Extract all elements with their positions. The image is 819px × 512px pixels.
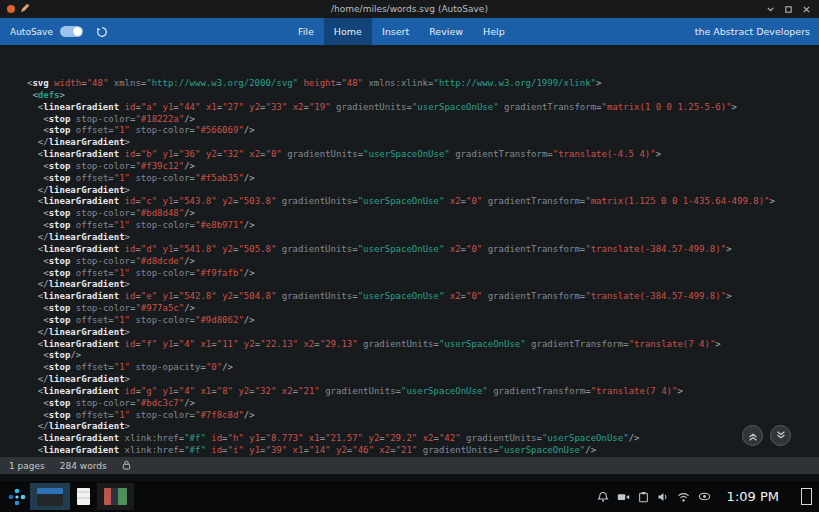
clipboard-icon[interactable] [638,491,649,503]
code-line: <linearGradient id="f" y1="4" x1="11" y2… [27,339,819,351]
code-line: <stop/> [27,350,819,362]
code-line: </linearGradient> [27,232,819,244]
screen: /home/miles/words.svg (AutoSave) AutoSav… [0,0,819,512]
tab-insert[interactable]: Insert [372,18,419,45]
scroll-to-bottom-button[interactable] [770,425,791,446]
code-line: <stop stop-color="#bd8d48"/> [27,208,819,220]
tab-file[interactable]: File [288,18,324,45]
code-line: <stop stop-color="#18222a"/> [27,114,819,126]
code-line: <stop stop-color="#d8dcde"/> [27,256,819,268]
word-count: 284 words [60,461,107,471]
ribbon: AutoSave File Home Insert Review Help th… [0,18,819,45]
volume-icon[interactable] [657,491,669,503]
screen-recorder-icon[interactable] [617,491,630,503]
modified-pencil-icon [20,3,30,15]
code-line: <linearGradient xlink:href="#f" id="i" y… [27,445,819,457]
code-line: <linearGradient id="b" y1="36" y2="32" x… [27,149,819,161]
code-line: <svg width="48" xmlns="http://www.w3.org… [27,78,819,90]
code-line: <stop offset="1" stop-color="#566069"/> [27,125,819,137]
code-line: <linearGradient xlink:href="#f" id="h" y… [27,433,819,445]
show-desktop-button[interactable] [801,488,812,505]
code-line: <linearGradient id="c" y1="543.8" y2="50… [27,196,819,208]
sync-icon[interactable] [96,26,108,38]
network-wifi-icon[interactable] [677,491,690,503]
window-thumbnail [37,488,63,506]
tab-home[interactable]: Home [324,18,372,45]
page-count: 1 pages [9,461,45,471]
notifications-icon[interactable] [597,491,609,503]
ribbon-tabs: File Home Insert Review Help [108,18,695,45]
code-line: <stop offset="1" stop-color="#f5ab35"/> [27,173,819,185]
code-line: <stop offset="1" stop-color="#9d8062"/> [27,315,819,327]
night-color-icon[interactable] [698,491,711,502]
maximize-button[interactable] [784,5,793,14]
code-line: </linearGradient> [27,279,819,291]
autosave-toggle[interactable] [60,26,83,37]
code-line: <stop offset="1" stop-color="#f9fafb"/> [27,268,819,280]
code-line: <defs> [27,90,819,102]
minimize-button[interactable] [766,5,775,14]
taskbar-window-image[interactable] [97,483,134,510]
code-line: </linearGradient> [27,421,819,433]
code-line: <stop stop-color="#977a5c"/> [27,303,819,315]
document-thumbnail [77,488,90,505]
app-launcher-icon[interactable] [4,483,30,510]
code-line: <linearGradient id="e" y1="542.8" y2="50… [27,291,819,303]
autosave-label: AutoSave [10,27,53,37]
code-line: <stop stop-color="#f39c12"/> [27,161,819,173]
code-line: </linearGradient> [27,327,819,339]
taskbar: 1:09 PM [0,481,819,512]
code-line: <stop offset="1" stop-opacity="0"/> [27,362,819,374]
taskbar-window-document[interactable] [70,483,97,510]
code-line: <linearGradient id="g" y1="4" x1="8" y2=… [27,386,819,398]
code-line: <stop stop-color="#bdc3c7"/> [27,398,819,410]
lock-icon[interactable] [122,460,131,472]
desktop-strip [0,474,819,481]
brand-label: the Abstract Developers [695,18,819,45]
code-line: <stop offset="1" stop-color="#e8b971"/> [27,220,819,232]
statusbar: 1 pages 284 words [0,457,819,474]
code-line: <linearGradient id="a" y1="44" x1="27" y… [27,102,819,114]
titlebar: /home/miles/words.svg (AutoSave) [0,0,819,18]
scroll-to-top-button[interactable] [742,425,763,446]
toggle-knob [73,27,82,36]
tab-help[interactable]: Help [473,18,515,45]
window-title: /home/miles/words.svg (AutoSave) [0,4,819,14]
close-button[interactable] [802,5,811,14]
code-line: </linearGradient> [27,374,819,386]
image-thumbnail [104,488,127,505]
tab-review[interactable]: Review [419,18,473,45]
code-line: <linearGradient id="d" y1="541.8" y2="50… [27,244,819,256]
code-line: </linearGradient> [27,185,819,197]
document-area: <svg width="48" xmlns="http://www.w3.org… [0,45,819,457]
clock[interactable]: 1:09 PM [727,489,779,504]
system-tray: 1:09 PM [597,488,815,505]
floating-scroll-buttons [742,425,791,446]
taskbar-window-editor[interactable] [30,483,70,510]
code-editor[interactable]: <svg width="48" xmlns="http://www.w3.org… [0,45,819,457]
app-icon [7,5,15,13]
code-line: <stop offset="1" stop-color="#7f8c8d"/> [27,410,819,422]
code-line: </linearGradient> [27,137,819,149]
